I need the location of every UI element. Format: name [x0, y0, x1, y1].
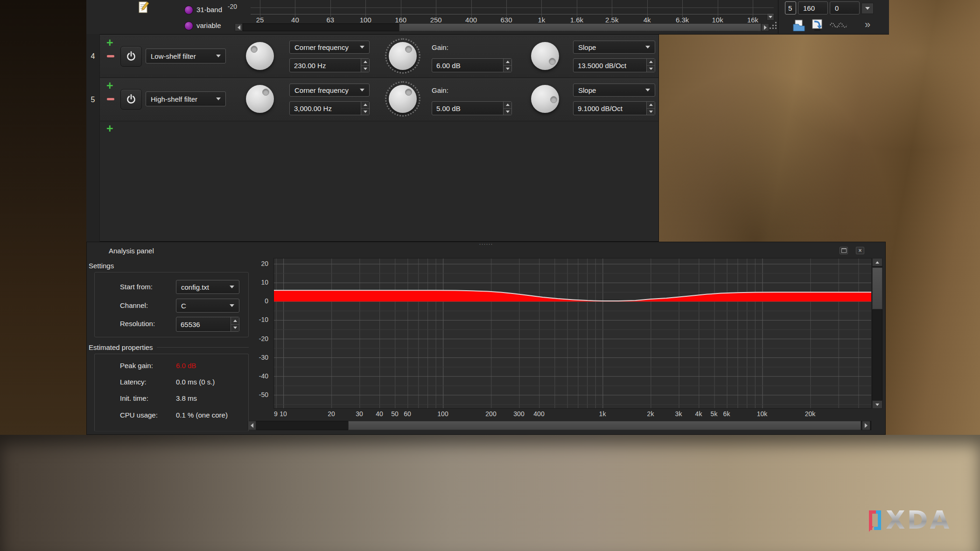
waveform-icon[interactable] [829, 21, 847, 32]
eq-tick-label: 160 [395, 16, 406, 24]
eq-tick-label: 40 [291, 16, 299, 24]
frequency-knob-row5[interactable] [246, 85, 274, 113]
close-panel-button[interactable]: × [856, 247, 864, 254]
edit-config-icon[interactable] [138, 1, 150, 16]
gain-knob-row5[interactable] [389, 85, 417, 113]
slope-select-row5[interactable]: Slope [573, 84, 655, 97]
more-tools-chevrons[interactable]: » [865, 19, 870, 31]
slope-knob-row5[interactable] [531, 85, 559, 113]
eq-tick-label: 6.3k [676, 16, 689, 24]
splitter-handle[interactable]: ······ [479, 241, 493, 247]
x-tick-label: 100 [437, 410, 448, 418]
eq-gridline-h2 [251, 14, 774, 14]
add-filter-above-row5-button[interactable]: + [106, 81, 113, 90]
x-tick-label: 50 [391, 410, 399, 418]
param-select-row4[interactable]: Corner frequency [289, 41, 370, 54]
resolution-label: Resolution: [120, 320, 155, 328]
chart-vscroll-down-button[interactable] [872, 400, 882, 409]
channel-select[interactable]: C [176, 299, 239, 313]
radio-variable-label: variable [196, 21, 221, 29]
eq-tick-label: 4k [644, 16, 651, 24]
screenshot-stage: 31-band variable -20 2540631001602504006… [0, 0, 980, 551]
y-tick-label: 10 [252, 279, 268, 286]
filter-type-select-row4[interactable]: Low-shelf filter [146, 49, 226, 63]
resize-grip-icon[interactable] [769, 21, 777, 30]
gain-value-row4[interactable]: 6.00 dB [432, 58, 512, 72]
x-tick-label: 1k [599, 410, 606, 418]
y-tick-label: 20 [252, 260, 268, 267]
frequency-value-row4[interactable]: 230.00 Hz [289, 58, 370, 72]
start-from-select[interactable]: config.txt [176, 280, 239, 294]
chart-vscrollbar-thumb[interactable] [872, 267, 882, 309]
analysis-panel-title: Analysis panel [109, 247, 154, 255]
eq-scroll-right-button[interactable] [761, 23, 769, 31]
toolbar-field-1[interactable]: 5 [785, 1, 796, 14]
eq-tick-label: 16k [747, 16, 758, 24]
chevron-down-icon [216, 55, 221, 57]
power-toggle-row5[interactable] [120, 89, 142, 110]
eq-y-tick-label: -20 [223, 3, 237, 10]
chevron-down-icon [230, 286, 234, 288]
slope-value-row4[interactable]: 13.5000 dB/Oct [573, 58, 655, 72]
peak-gain-value: 6.0 dB [176, 362, 196, 370]
slope-value-row5[interactable]: 9.1000 dB/Oct [573, 101, 655, 115]
eq-tick-label: 100 [360, 16, 371, 24]
init-time-label: Init. time: [120, 394, 148, 402]
param-select-row5[interactable]: Corner frequency [289, 84, 370, 97]
eq-tick-label: 250 [430, 16, 442, 24]
gain-knob-row4[interactable] [389, 42, 417, 70]
radio-variable[interactable] [184, 21, 193, 30]
chart-hscroll-right-button[interactable] [862, 421, 870, 430]
y-tick-label: -10 [252, 316, 268, 323]
gain-label-row4: Gain: [432, 43, 448, 51]
settings-heading: Settings [89, 262, 114, 270]
slope-knob-row4[interactable] [531, 42, 559, 70]
x-tick-label: 40 [376, 410, 383, 418]
add-filter-above-row4-button[interactable]: + [106, 38, 113, 47]
eq-frequency-axis: 2540631001602504006301k1.6k2.5k4k6.3k10k… [258, 0, 760, 24]
x-tick-label: 5k [711, 410, 718, 418]
radio-31-band[interactable] [184, 6, 193, 14]
slope-select-row4[interactable]: Slope [573, 41, 655, 54]
frequency-value-row5[interactable]: 3,000.00 Hz [289, 101, 370, 115]
x-tick-label: 20 [328, 410, 335, 418]
x-tick-label: 30 [356, 410, 363, 418]
toolbar-field-2[interactable]: 160 [798, 1, 828, 14]
remove-filter-row5-button[interactable] [107, 98, 114, 100]
close-x-icon: × [858, 247, 861, 254]
export-file-icon[interactable] [811, 19, 824, 34]
eq-scrollbar-thumb[interactable] [399, 23, 761, 31]
x-tick-label: 20k [805, 410, 816, 418]
gain-value-row5[interactable]: 5.00 dB [432, 101, 512, 115]
chart-hscroll-left-button[interactable] [248, 421, 256, 430]
chart-hscrollbar-thumb[interactable] [348, 421, 861, 430]
start-from-label: Start from: [120, 283, 153, 291]
strip-divider [778, 0, 778, 34]
settings-groupbox: Start from: config.txt Channel: C Resolu… [94, 272, 249, 337]
add-filter-button[interactable]: + [106, 124, 113, 133]
y-tick-label: -40 [252, 372, 268, 380]
chart-vscroll-up-button[interactable] [872, 258, 882, 266]
frequency-knob-row4[interactable] [246, 42, 274, 70]
filter-type-select-row5[interactable]: High-shelf filter [146, 91, 226, 106]
float-panel-button[interactable] [840, 247, 848, 254]
eq-tick-label: 630 [500, 16, 512, 24]
toolbar-field-3[interactable]: 0 [830, 1, 860, 14]
y-tick-label: -50 [252, 391, 268, 398]
resolution-input[interactable]: 65536 [176, 317, 239, 332]
cpu-usage-label: CPU usage: [120, 411, 158, 419]
x-tick-label: 200 [485, 410, 496, 418]
toolbar-dropdown-button[interactable] [861, 3, 874, 14]
power-toggle-row4[interactable] [120, 46, 142, 67]
gain-label-row5: Gain: [432, 86, 448, 94]
radio-31-band-label: 31-band [196, 6, 222, 14]
power-icon [125, 93, 137, 105]
analysis-panel: ······ Analysis panel × Settings Start f… [86, 242, 886, 435]
xda-watermark: XDA [869, 508, 951, 533]
save-file-icon[interactable] [792, 20, 805, 34]
x-tick-label: 10 [280, 410, 287, 418]
eq-tick-label: 1k [538, 16, 546, 24]
eq-scroll-left-button[interactable] [235, 23, 243, 31]
remove-filter-row4-button[interactable] [107, 55, 114, 57]
frequency-response-plot[interactable] [273, 258, 872, 409]
